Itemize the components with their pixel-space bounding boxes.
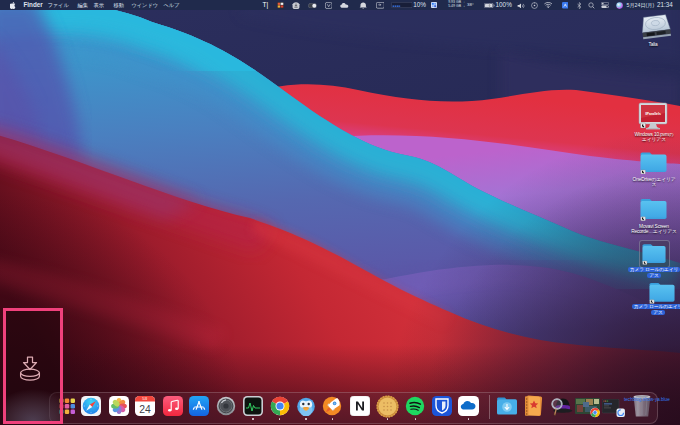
svg-text:5月: 5月: [142, 397, 147, 401]
svg-text:‖Parallels: ‖Parallels: [645, 112, 661, 116]
svg-text:24: 24: [139, 404, 151, 415]
